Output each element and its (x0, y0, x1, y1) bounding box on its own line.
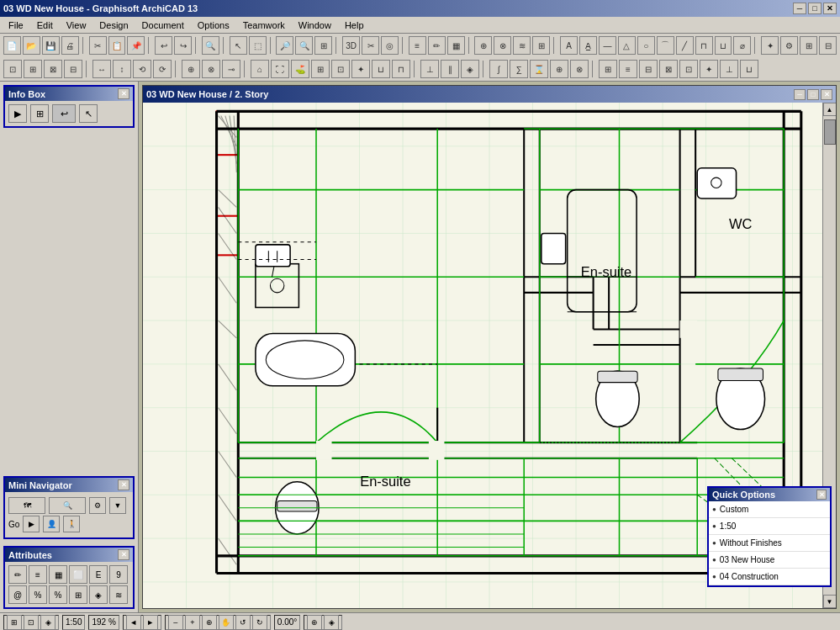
info-btn-4[interactable]: ↖ (79, 104, 98, 123)
tb2-8[interactable]: ⟳ (153, 60, 172, 78)
nav-person-btn[interactable]: 👤 (43, 516, 60, 532)
tb-e1[interactable]: ✦ (761, 36, 779, 55)
doc-minimize[interactable]: ─ (794, 89, 806, 100)
doc-close[interactable]: ✕ (821, 89, 832, 100)
tb2-25[interactable]: ⌛ (530, 60, 548, 78)
tb-r8[interactable]: ⊓ (695, 36, 713, 55)
tb-r1[interactable]: A (560, 36, 578, 55)
nav-go-btn[interactable]: ▶ (23, 516, 40, 532)
tb2-1[interactable]: ⊡ (3, 60, 22, 78)
tb-more2[interactable]: ⊗ (494, 36, 511, 55)
tb-e3[interactable]: ⊞ (800, 36, 817, 55)
tb-fit[interactable]: ⊞ (314, 36, 332, 55)
nav-view-btn[interactable]: 🗺 (8, 497, 45, 514)
tb-undo[interactable]: ↩ (155, 36, 172, 55)
nav-prev[interactable]: ◄ (126, 615, 141, 630)
tb-search[interactable]: 🔍 (202, 36, 219, 55)
tb-pen[interactable]: ✏ (428, 36, 446, 55)
tb2-24[interactable]: ∑ (510, 60, 528, 78)
tb2-31[interactable]: ⊠ (659, 60, 678, 78)
tb2-29[interactable]: ≡ (619, 60, 637, 78)
tb2-28[interactable]: ⊞ (599, 60, 617, 78)
tb2-11[interactable]: ⊸ (222, 60, 240, 78)
attr-btn-at[interactable]: @ (8, 585, 27, 604)
tb2-26[interactable]: ⊕ (550, 60, 568, 78)
tb2-7[interactable]: ⟲ (133, 60, 151, 78)
status-btn-2[interactable]: ⊡ (24, 615, 39, 630)
tb-3d[interactable]: 3D (342, 36, 360, 55)
pan-btn[interactable]: ✋ (219, 615, 234, 630)
tb-r7[interactable]: ╱ (676, 36, 694, 55)
status-btn-1[interactable]: ⊞ (7, 615, 22, 630)
attr-close[interactable]: ✕ (118, 549, 129, 560)
nav-next[interactable]: ► (143, 615, 158, 630)
tb2-32[interactable]: ⊡ (679, 60, 698, 78)
tb2-13[interactable]: ⛶ (271, 60, 289, 78)
doc-maximize[interactable]: □ (807, 89, 819, 100)
attr-btn-e[interactable]: E (89, 565, 108, 584)
menu-design[interactable]: Design (94, 19, 133, 32)
redo-btn[interactable]: ↻ (252, 615, 267, 630)
tb-detail[interactable]: ◎ (381, 36, 399, 55)
qo-row-finishes[interactable]: ● Without Finishes (709, 535, 830, 552)
qo-row-custom[interactable]: ● Custom (709, 501, 830, 518)
qo-row-scale[interactable]: ● 1:50 (709, 518, 830, 535)
tb2-12[interactable]: ⌂ (251, 60, 269, 78)
tb-new[interactable]: 📄 (3, 36, 21, 55)
scroll-up[interactable]: ▲ (823, 103, 837, 116)
attr-btn-sym[interactable]: ⊞ (69, 585, 87, 604)
menu-window[interactable]: Window (293, 19, 336, 32)
menu-help[interactable]: Help (340, 19, 369, 32)
tb-r4[interactable]: △ (618, 36, 636, 55)
tb2-14[interactable]: ⛳ (291, 60, 309, 78)
tb-r2[interactable]: A̲ (579, 36, 597, 55)
tb-r5[interactable]: ○ (637, 36, 655, 55)
tb2-21[interactable]: ∥ (441, 60, 459, 78)
tb2-33[interactable]: ✦ (700, 60, 718, 78)
tb2-18[interactable]: ⊔ (372, 60, 390, 78)
tb2-15[interactable]: ⊞ (311, 60, 330, 78)
attr-btn-fill[interactable]: ▦ (49, 565, 67, 584)
tb-redo[interactable]: ↪ (174, 36, 192, 55)
status-btn-3[interactable]: ◈ (40, 615, 55, 630)
nav-settings-btn[interactable]: ⚙ (89, 497, 106, 514)
zoom-out-btn[interactable]: – (168, 615, 183, 630)
tb-zoom-out[interactable]: 🔍 (295, 36, 313, 55)
tb2-30[interactable]: ⊟ (639, 60, 658, 78)
tb2-2[interactable]: ⊞ (24, 60, 42, 78)
attr-btn-pct2[interactable]: % (49, 585, 67, 604)
attr-btn-op[interactable]: ◈ (89, 585, 108, 604)
tb-more1[interactable]: ⊕ (474, 36, 492, 55)
attr-btn-lyr[interactable]: ≋ (109, 585, 128, 604)
qo-row-construction[interactable]: ● 04 Construction (709, 569, 830, 585)
nav-zoom-btn[interactable]: 🔍 (49, 497, 86, 514)
tb-e4[interactable]: ⊟ (819, 36, 837, 55)
maximize-button[interactable]: □ (808, 3, 822, 14)
tb-arrow[interactable]: ↖ (230, 36, 247, 55)
attr-btn-9[interactable]: 9 (109, 565, 128, 584)
attr-btn-line[interactable]: ≡ (29, 565, 47, 584)
menu-file[interactable]: File (3, 19, 29, 32)
tb-paste[interactable]: 📌 (127, 36, 145, 55)
tb-marquee[interactable]: ⬚ (249, 36, 267, 55)
tb2-5[interactable]: ↔ (92, 60, 111, 78)
tb2-19[interactable]: ⊓ (392, 60, 410, 78)
tb-more3[interactable]: ≋ (513, 36, 531, 55)
scroll-thumb[interactable] (824, 119, 836, 145)
tb-r3[interactable]: — (599, 36, 616, 55)
qo-close[interactable]: ✕ (816, 490, 827, 500)
zoom-in-btn[interactable]: + (185, 615, 200, 630)
menu-teamwork[interactable]: Teamwork (238, 19, 290, 32)
tb2-35[interactable]: ⊔ (740, 60, 758, 78)
menu-options[interactable]: Options (193, 19, 235, 32)
close-button[interactable]: ✕ (823, 3, 837, 14)
info-btn-2[interactable]: ⊞ (30, 104, 49, 123)
extra-btn-1[interactable]: ⊕ (307, 615, 322, 630)
tb2-23[interactable]: ∫ (489, 60, 508, 78)
tb-cut[interactable]: ✂ (89, 36, 107, 55)
tb2-6[interactable]: ↕ (113, 60, 131, 78)
tb-section[interactable]: ✂ (362, 36, 379, 55)
zoom-fit-btn[interactable]: ⊕ (202, 615, 217, 630)
extra-btn-2[interactable]: ◈ (324, 615, 339, 630)
tb-save[interactable]: 💾 (42, 36, 60, 55)
